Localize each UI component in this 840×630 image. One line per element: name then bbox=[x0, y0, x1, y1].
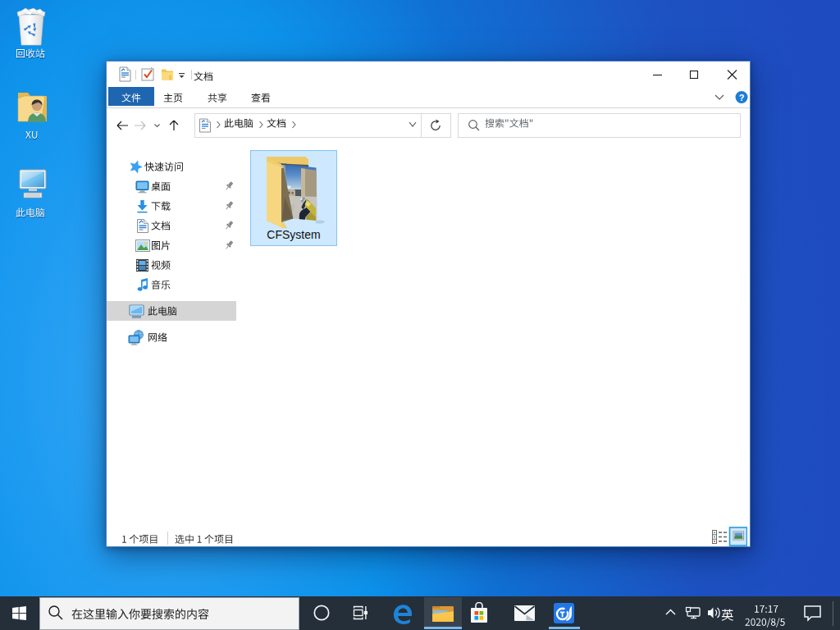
svg-text:?: ? bbox=[739, 93, 745, 103]
